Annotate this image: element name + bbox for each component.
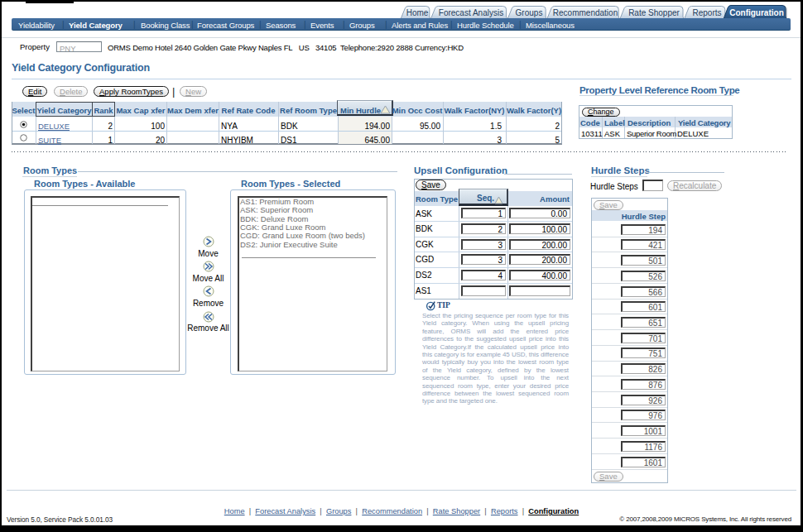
svg-text:Groups: Groups <box>516 8 543 17</box>
svg-text:Reports: Reports <box>692 8 721 17</box>
svg-text:Configuration: Configuration <box>729 8 784 17</box>
svg-text:Rate Shopper: Rate Shopper <box>628 8 680 17</box>
svg-text:Forecast Analysis: Forecast Analysis <box>439 8 503 17</box>
svg-text:Recommendation: Recommendation <box>553 8 618 17</box>
svg-text:Home: Home <box>406 8 429 17</box>
